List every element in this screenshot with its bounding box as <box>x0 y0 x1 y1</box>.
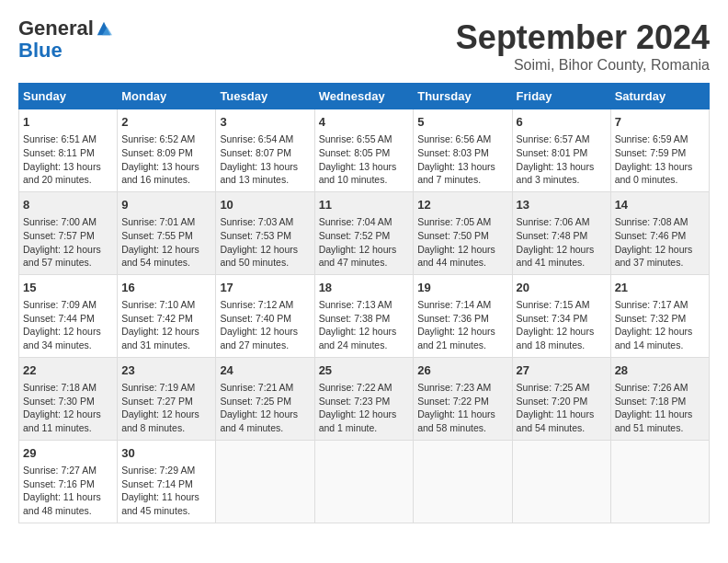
calendar-cell: 3Sunrise: 6:54 AMSunset: 8:07 PMDaylight… <box>216 109 314 192</box>
calendar-cell: 13Sunrise: 7:06 AMSunset: 7:48 PMDayligh… <box>512 191 610 274</box>
weekday-header-saturday: Saturday <box>610 84 709 109</box>
day-number: 17 <box>220 280 310 296</box>
sunrise-text: Sunrise: 7:22 AM <box>319 382 392 393</box>
daylight-text: Daylight: 12 hours and 34 minutes. <box>23 326 101 350</box>
daylight-text: Daylight: 12 hours and 57 minutes. <box>23 244 101 269</box>
logo-general-text: General <box>18 18 94 39</box>
day-number: 2 <box>121 114 211 131</box>
sunrise-text: Sunrise: 7:13 AM <box>319 299 392 310</box>
sunset-text: Sunset: 8:09 PM <box>121 147 193 158</box>
day-number: 6 <box>517 114 607 131</box>
sunrise-text: Sunrise: 7:19 AM <box>121 382 195 393</box>
sunrise-text: Sunrise: 7:25 AM <box>517 382 590 393</box>
calendar-cell <box>610 440 709 523</box>
sunrise-text: Sunrise: 7:05 AM <box>417 216 491 227</box>
day-number: 16 <box>121 280 211 296</box>
weekday-header-thursday: Thursday <box>414 84 512 109</box>
calendar-week-row: 8Sunrise: 7:00 AMSunset: 7:57 PMDaylight… <box>19 191 710 274</box>
day-number: 11 <box>319 197 410 213</box>
calendar-cell: 22Sunrise: 7:18 AMSunset: 7:30 PMDayligh… <box>19 357 118 440</box>
calendar-cell: 23Sunrise: 7:19 AMSunset: 7:27 PMDayligh… <box>118 357 216 440</box>
sunset-text: Sunset: 7:46 PM <box>615 230 687 241</box>
sunrise-text: Sunrise: 7:10 AM <box>121 299 195 310</box>
day-number: 19 <box>417 280 507 296</box>
day-number: 9 <box>121 197 211 213</box>
sunset-text: Sunset: 7:18 PM <box>615 396 687 407</box>
title-area: September 2024 Soimi, Bihor County, Roma… <box>456 18 710 74</box>
calendar-cell: 28Sunrise: 7:26 AMSunset: 7:18 PMDayligh… <box>610 357 709 440</box>
day-number: 22 <box>23 362 113 379</box>
sunset-text: Sunset: 7:50 PM <box>417 230 489 241</box>
sunset-text: Sunset: 7:14 PM <box>121 478 193 489</box>
day-number: 28 <box>615 362 705 379</box>
day-number: 13 <box>517 197 607 213</box>
sunrise-text: Sunrise: 6:54 AM <box>220 133 293 144</box>
daylight-text: Daylight: 11 hours and 58 minutes. <box>417 408 495 433</box>
sunrise-text: Sunrise: 7:03 AM <box>220 216 293 227</box>
weekday-header-sunday: Sunday <box>19 84 118 109</box>
day-number: 23 <box>121 362 211 379</box>
calendar-cell: 15Sunrise: 7:09 AMSunset: 7:44 PMDayligh… <box>19 274 118 357</box>
sunset-text: Sunset: 7:44 PM <box>23 313 95 324</box>
weekday-header-friday: Friday <box>512 84 610 109</box>
sunrise-text: Sunrise: 6:51 AM <box>23 133 97 144</box>
sunrise-text: Sunrise: 6:56 AM <box>417 133 491 144</box>
sunrise-text: Sunrise: 7:29 AM <box>121 465 195 476</box>
sunrise-text: Sunrise: 7:18 AM <box>23 382 97 393</box>
sunset-text: Sunset: 7:55 PM <box>121 230 193 241</box>
sunset-text: Sunset: 7:25 PM <box>220 396 291 407</box>
sunrise-text: Sunrise: 7:08 AM <box>615 216 688 227</box>
calendar-week-row: 1Sunrise: 6:51 AMSunset: 8:11 PMDaylight… <box>19 109 710 192</box>
sunset-text: Sunset: 7:30 PM <box>23 396 95 407</box>
day-number: 26 <box>417 362 507 379</box>
day-number: 10 <box>220 197 310 213</box>
daylight-text: Daylight: 13 hours and 7 minutes. <box>417 161 495 186</box>
logo-icon <box>96 20 112 37</box>
sunrise-text: Sunrise: 7:23 AM <box>417 382 491 393</box>
daylight-text: Daylight: 12 hours and 18 minutes. <box>517 326 595 350</box>
sunset-text: Sunset: 7:20 PM <box>517 396 588 407</box>
calendar-week-row: 22Sunrise: 7:18 AMSunset: 7:30 PMDayligh… <box>19 357 710 440</box>
day-number: 14 <box>615 197 705 213</box>
day-number: 24 <box>220 362 310 379</box>
calendar-cell <box>216 440 314 523</box>
logo: General Blue <box>18 18 112 63</box>
calendar-cell: 16Sunrise: 7:10 AMSunset: 7:42 PMDayligh… <box>118 274 216 357</box>
calendar-cell: 26Sunrise: 7:23 AMSunset: 7:22 PMDayligh… <box>414 357 512 440</box>
sunrise-text: Sunrise: 7:04 AM <box>319 216 392 227</box>
calendar-cell: 6Sunrise: 6:57 AMSunset: 8:01 PMDaylight… <box>512 109 610 192</box>
daylight-text: Daylight: 11 hours and 48 minutes. <box>23 491 101 516</box>
day-number: 4 <box>319 114 410 131</box>
sunrise-text: Sunrise: 6:52 AM <box>121 133 195 144</box>
day-number: 30 <box>121 445 211 462</box>
calendar-cell <box>314 440 414 523</box>
sunset-text: Sunset: 7:32 PM <box>615 313 687 324</box>
day-number: 29 <box>23 445 113 462</box>
sunset-text: Sunset: 8:11 PM <box>23 147 95 158</box>
sunrise-text: Sunrise: 6:57 AM <box>517 133 590 144</box>
sunset-text: Sunset: 7:27 PM <box>121 396 193 407</box>
sunrise-text: Sunrise: 7:12 AM <box>220 299 293 310</box>
sunset-text: Sunset: 8:05 PM <box>319 147 391 158</box>
weekday-header-wednesday: Wednesday <box>314 84 414 109</box>
sunset-text: Sunset: 7:16 PM <box>23 478 95 489</box>
sunrise-text: Sunrise: 7:00 AM <box>23 216 97 227</box>
day-number: 5 <box>417 114 507 131</box>
calendar-cell: 21Sunrise: 7:17 AMSunset: 7:32 PMDayligh… <box>610 274 709 357</box>
sunset-text: Sunset: 8:03 PM <box>417 147 489 158</box>
daylight-text: Daylight: 13 hours and 0 minutes. <box>615 161 693 186</box>
day-number: 21 <box>615 280 705 296</box>
day-number: 3 <box>220 114 310 131</box>
calendar-cell <box>512 440 610 523</box>
calendar-cell: 8Sunrise: 7:00 AMSunset: 7:57 PMDaylight… <box>19 191 118 274</box>
calendar-cell: 17Sunrise: 7:12 AMSunset: 7:40 PMDayligh… <box>216 274 314 357</box>
sunset-text: Sunset: 7:40 PM <box>220 313 291 324</box>
day-number: 25 <box>319 362 410 379</box>
daylight-text: Daylight: 12 hours and 47 minutes. <box>319 244 397 269</box>
daylight-text: Daylight: 12 hours and 44 minutes. <box>417 244 495 269</box>
sunrise-text: Sunrise: 7:21 AM <box>220 382 293 393</box>
sunrise-text: Sunrise: 7:27 AM <box>23 465 97 476</box>
daylight-text: Daylight: 12 hours and 41 minutes. <box>517 244 595 269</box>
sunrise-text: Sunrise: 7:01 AM <box>121 216 195 227</box>
calendar-cell: 9Sunrise: 7:01 AMSunset: 7:55 PMDaylight… <box>118 191 216 274</box>
